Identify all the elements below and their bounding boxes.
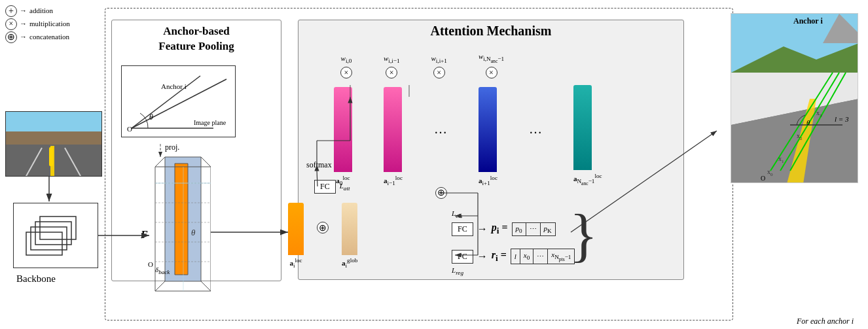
r-x0-cell: x0 xyxy=(520,249,533,264)
svg-text:θ: θ xyxy=(191,228,196,237)
ai-loc-rect xyxy=(288,203,304,255)
backbone-svg xyxy=(23,213,88,258)
ri-table: l x0 ⋯ xNpts−1 xyxy=(511,249,575,264)
pi-table: p0 ⋯ pK xyxy=(512,222,556,236)
ai-glob-rect xyxy=(342,203,357,255)
svg-text:θ: θ xyxy=(149,113,153,122)
bar-ai+1: ai+1loc xyxy=(479,87,497,186)
reg-branch: FC → ri = l x0 ⋯ xNpts−1 Lreg xyxy=(452,249,575,276)
dots-1: … xyxy=(434,122,447,137)
svg-rect-0 xyxy=(6,112,102,131)
w-ii-1: wi,i−1 × xyxy=(384,54,399,78)
svg-line-21 xyxy=(155,281,165,291)
concatenation-label: concatenation xyxy=(29,31,69,43)
addition-arrow: → xyxy=(20,5,27,17)
mult-icon-0: × xyxy=(340,67,352,78)
road-svg xyxy=(6,112,102,177)
mult-icon-2: × xyxy=(433,67,445,78)
w-i0: wi,0 × xyxy=(340,54,352,78)
svg-line-22 xyxy=(201,281,211,291)
concat-icon: ⊕ xyxy=(435,187,447,199)
afp-title: Anchor-based Feature Pooling xyxy=(121,24,272,54)
svg-rect-9 xyxy=(40,216,76,239)
f-label: F xyxy=(141,229,148,241)
backbone-label: Backbone xyxy=(16,273,56,285)
bar-a0: a0loc xyxy=(334,87,352,186)
legend-addition: + → addition xyxy=(5,5,70,17)
concatenation-icon: ⊕ xyxy=(5,31,17,43)
ai-bars: ailoc ⊕ aiglob xyxy=(288,203,357,269)
bar-aNanc-rect xyxy=(573,85,592,170)
angle-box: θ O Anchor i Image plane xyxy=(121,65,236,137)
bar-ai-1-label: ai−1loc xyxy=(384,175,403,186)
svg-line-19 xyxy=(155,157,165,167)
bottom-note: For each anchor i xyxy=(797,317,854,326)
r-dots-cell: ⋯ xyxy=(533,249,548,264)
r-l-cell: l xyxy=(511,249,520,264)
multiplication-label: multiplication xyxy=(29,18,70,30)
right-road-svg: x0 x1 x2 x3 θ O p1 = 0.96 l = 3 Anchor i xyxy=(731,14,858,183)
multiplication-arrow: → xyxy=(20,18,27,30)
legend: + → addition × → multiplication ⊕ → conc… xyxy=(5,5,70,43)
L-cls-label: Lcls xyxy=(452,209,556,219)
ai-glob-bar: aiglob xyxy=(342,203,357,269)
ri-label: ri = xyxy=(492,249,507,264)
bar-aNanc-label: aNanc−1loc xyxy=(573,173,602,186)
pi-label: pi = xyxy=(492,222,508,236)
svg-text:Image plane: Image plane xyxy=(194,119,226,126)
right-road-container: x0 x1 x2 x3 θ O p1 = 0.96 l = 3 Anchor i xyxy=(731,13,858,183)
reg-arrow: → xyxy=(477,251,488,262)
feature-bars: a0loc ai−1loc … ai+1loc … aNanc−1loc xyxy=(334,85,602,186)
road-image xyxy=(5,111,102,177)
fc-att-box: FC xyxy=(314,180,336,194)
concat-circle: ⊕ xyxy=(435,186,447,199)
bar-ai-1: ai−1loc xyxy=(384,87,403,186)
main-container: + → addition × → multiplication ⊕ → conc… xyxy=(0,0,868,329)
curly-brace: } xyxy=(570,206,598,265)
O-bottom-label: O xyxy=(148,260,153,268)
mult-icon-3: × xyxy=(486,67,497,78)
fc-cls-box: FC xyxy=(452,222,473,236)
ai-loc-bar: ailoc xyxy=(288,203,304,269)
legend-concatenation: ⊕ → concatenation xyxy=(5,31,70,43)
concatenation-arrow: → xyxy=(20,31,27,43)
svg-line-20 xyxy=(201,157,211,167)
am-title: Attention Mechanism xyxy=(353,24,628,39)
dots-2: … xyxy=(529,122,542,137)
ai-loc-label: ailoc xyxy=(288,257,304,269)
bar-ai-1-rect xyxy=(384,87,402,172)
legend-multiplication: × → multiplication xyxy=(5,18,70,30)
p0-cell: p0 xyxy=(512,222,526,235)
proj-label: proj. xyxy=(165,143,179,152)
svg-rect-8 xyxy=(35,222,71,245)
ai-plus: ⊕ xyxy=(317,222,329,234)
svg-rect-7 xyxy=(31,227,67,250)
bar-a0-rect xyxy=(334,87,352,172)
fc-att-container: FC Latt xyxy=(314,180,350,194)
svg-rect-1 xyxy=(6,131,102,145)
softmax-label: softmax xyxy=(306,160,332,170)
multiplication-icon: × xyxy=(5,18,17,30)
weight-labels: wi,0 × wi,i−1 × wi,i+1 × wi,Nanc−1 × xyxy=(340,52,504,78)
addition-label: addition xyxy=(29,5,53,17)
svg-rect-3 xyxy=(50,146,54,176)
w-iNanc: wi,Nanc−1 × xyxy=(479,52,504,78)
bar-ai+1-rect xyxy=(479,87,497,172)
L-reg-label: Lreg xyxy=(452,266,575,276)
cls-arrow: → xyxy=(477,223,488,235)
ai-glob-label: aiglob xyxy=(342,257,357,269)
cls-row: FC → pi = p0 ⋯ pK xyxy=(452,222,556,236)
backbone-box xyxy=(13,203,98,268)
cls-branch: Lcls FC → pi = p0 ⋯ pK xyxy=(452,209,556,236)
angle-svg: θ O Anchor i Image plane xyxy=(122,66,236,138)
bar-ai+1-label: ai+1loc xyxy=(479,175,497,186)
w-ii+1: wi,i+1 × xyxy=(431,54,446,78)
svg-text:θ: θ xyxy=(806,118,810,126)
reg-row: FC → ri = l x0 ⋯ xNpts−1 xyxy=(452,249,575,264)
bar-aNanc: aNanc−1loc xyxy=(573,85,602,186)
svg-rect-6 xyxy=(26,232,62,255)
fc-reg-box: FC xyxy=(452,250,473,264)
svg-text:Anchor i: Anchor i xyxy=(793,16,823,26)
pK-cell: pK xyxy=(540,222,555,235)
L-att-label: Latt xyxy=(340,182,350,192)
